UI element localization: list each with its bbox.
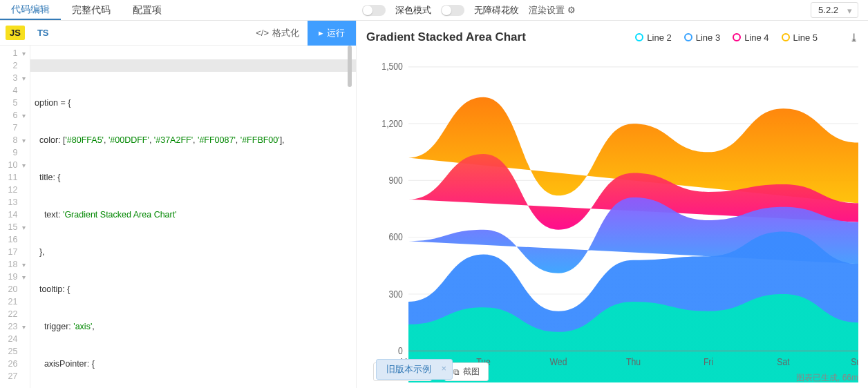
lang-ts-tab[interactable]: TS [29, 23, 57, 42]
close-icon[interactable]: × [441, 363, 446, 374]
code-editor[interactable]: 1 ▾2 3 ▾4 5 6 ▾7 8 ▾9 10 ▾11 12 13 14 15… [0, 46, 356, 388]
legend-item[interactable]: Line 5 [782, 32, 818, 43]
tab-full-code[interactable]: 完整代码 [61, 0, 122, 20]
camera-icon: ⧉ [453, 367, 460, 377]
status-text: 图表已生成, 66m [796, 372, 858, 384]
run-button[interactable]: ▸运行 [308, 21, 356, 46]
svg-text:900: 900 [389, 175, 403, 186]
preview-panel: Gradient Stacked Area Chart Line 2Line 3… [357, 21, 868, 388]
a11y-toggle[interactable] [441, 5, 464, 16]
svg-text:600: 600 [389, 232, 403, 243]
gutter: 1 ▾2 3 ▾4 5 6 ▾7 8 ▾9 10 ▾11 12 13 14 15… [0, 46, 30, 388]
dark-mode-label: 深色模式 [395, 4, 431, 17]
render-settings-link[interactable]: 渲染设置⚙ [529, 4, 576, 17]
version-select[interactable]: 5.2.2 [811, 2, 858, 18]
svg-text:Sat: Sat [777, 356, 790, 367]
code-icon: </> [256, 28, 269, 38]
lang-js-tab[interactable]: JS [6, 26, 25, 40]
svg-text:Thu: Thu [626, 356, 641, 367]
download-icon[interactable]: ⤓ [849, 31, 858, 44]
play-icon: ▸ [319, 28, 323, 38]
svg-text:1,200: 1,200 [381, 118, 403, 129]
format-button[interactable]: </>格式化 [247, 27, 308, 39]
tab-config[interactable]: 配置项 [122, 0, 173, 20]
old-version-banner: 旧版本示例 × [376, 359, 453, 380]
legend-item[interactable]: Line 4 [733, 32, 768, 43]
legend-item[interactable]: Line 3 [684, 32, 720, 43]
chart-title: Gradient Stacked Area Chart [366, 30, 526, 44]
gear-icon: ⚙ [567, 5, 576, 15]
dark-mode-toggle[interactable] [362, 5, 386, 16]
svg-text:Fri: Fri [704, 356, 713, 367]
svg-text:Wed: Wed [550, 356, 567, 367]
scrollbar[interactable] [348, 46, 352, 87]
svg-text:0: 0 [398, 345, 403, 356]
chart-legend[interactable]: Line 2Line 3Line 4Line 5 [635, 32, 818, 43]
editor-panel: JS TS </>格式化 ▸运行 1 ▾2 3 ▾4 5 6 ▾7 8 ▾9 1… [0, 21, 357, 388]
area-chart: MonTueWedThuFriSatSun 03006009001,2001,5… [366, 51, 858, 382]
svg-text:300: 300 [389, 289, 403, 300]
svg-text:1,500: 1,500 [381, 61, 403, 72]
tab-code-edit[interactable]: 代码编辑 [0, 0, 61, 20]
legend-item[interactable]: Line 2 [635, 32, 671, 43]
a11y-label: 无障碍花纹 [474, 4, 519, 17]
svg-text:Sun: Sun [851, 356, 858, 367]
